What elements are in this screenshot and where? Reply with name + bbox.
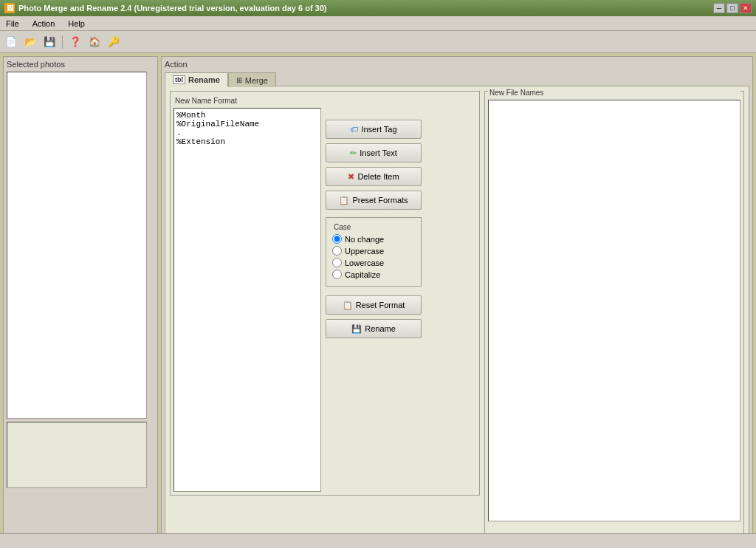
radio-lowercase: Lowercase bbox=[332, 258, 415, 267]
menu-bar: File Action Help bbox=[0, 16, 756, 31]
tab-merge[interactable]: ⊞ Merge bbox=[228, 72, 276, 87]
help-toolbar-btn[interactable]: ❓ bbox=[67, 34, 83, 50]
save-toolbar-btn[interactable]: 💾 bbox=[41, 34, 58, 50]
toolbar: 📄 📂 💾 ❓ 🏠 🔑 bbox=[0, 31, 756, 53]
no-change-radio[interactable] bbox=[332, 234, 342, 244]
preset-formats-label: Preset Formats bbox=[352, 196, 408, 205]
photo-preview bbox=[7, 422, 147, 488]
delete-item-button[interactable]: ✖ Delete Item bbox=[326, 167, 422, 186]
radio-uppercase: Uppercase bbox=[332, 246, 415, 256]
left-content: New Name Format %Month %OriginalFileName… bbox=[170, 91, 480, 536]
rename-tab-icon: tbl bbox=[173, 75, 185, 84]
capitalize-label[interactable]: Capitalize bbox=[345, 270, 380, 279]
insert-text-button[interactable]: ✏ Insert Text bbox=[326, 143, 422, 162]
content-row: New Name Format %Month %OriginalFileName… bbox=[170, 91, 744, 536]
new-file-names-list[interactable] bbox=[488, 100, 740, 521]
capitalize-radio[interactable] bbox=[332, 270, 342, 279]
reset-format-button[interactable]: 📋 Reset Format bbox=[326, 295, 422, 315]
format-textarea[interactable]: %Month %OriginalFileName . %Extension bbox=[173, 108, 321, 492]
case-title: Case bbox=[332, 223, 352, 231]
new-toolbar-btn[interactable]: 📄 bbox=[3, 34, 19, 50]
right-panel: Action tbl Rename ⊞ Merge New Name Forma… bbox=[161, 56, 753, 545]
selected-photos-title: Selected photos bbox=[7, 60, 154, 69]
menu-help[interactable]: Help bbox=[65, 18, 88, 29]
photos-list[interactable] bbox=[7, 72, 147, 419]
insert-text-icon: ✏ bbox=[350, 148, 357, 158]
insert-tag-icon: 🏷 bbox=[350, 125, 358, 134]
lowercase-radio[interactable] bbox=[332, 258, 342, 267]
open-toolbar-btn[interactable]: 📂 bbox=[22, 34, 38, 50]
new-file-names-title: New File Names bbox=[488, 89, 740, 97]
lowercase-label[interactable]: Lowercase bbox=[345, 258, 384, 267]
case-section: Case No change Uppercase bbox=[326, 217, 422, 287]
delete-item-icon: ✖ bbox=[348, 172, 354, 182]
minimize-button[interactable]: ─ bbox=[713, 3, 725, 13]
uppercase-label[interactable]: Uppercase bbox=[345, 247, 384, 256]
folder-toolbar-btn[interactable]: 🏠 bbox=[86, 34, 103, 50]
window-controls[interactable]: ─ □ ✕ bbox=[713, 3, 752, 13]
title-bar: 🖼 Photo Merge and Rename 2.4 (Unregister… bbox=[0, 0, 756, 16]
reset-format-label: Reset Format bbox=[356, 301, 405, 309]
close-button[interactable]: ✕ bbox=[740, 3, 752, 13]
delete-item-label: Delete Item bbox=[357, 172, 399, 181]
format-row: %Month %OriginalFileName . %Extension 🏷 … bbox=[173, 108, 476, 492]
insert-tag-label: Insert Tag bbox=[361, 125, 396, 134]
app-title: Photo Merge and Rename 2.4 (Unregistered… bbox=[18, 4, 327, 13]
rename-tab-label: Rename bbox=[188, 75, 220, 84]
tab-bar: tbl Rename ⊞ Merge bbox=[165, 72, 749, 86]
main-layout: Selected photos Action tbl Rename ⊞ Merg… bbox=[0, 53, 756, 548]
insert-tag-button[interactable]: 🏷 Insert Tag bbox=[326, 120, 422, 139]
preset-formats-button[interactable]: 📋 Preset Formats bbox=[326, 191, 422, 210]
rename-label: Rename bbox=[365, 324, 396, 333]
status-bar bbox=[0, 533, 756, 548]
bottom-buttons: 📋 Reset Format 💾 Rename bbox=[326, 295, 429, 338]
insert-text-label: Insert Text bbox=[360, 148, 397, 157]
uppercase-radio[interactable] bbox=[332, 246, 342, 256]
menu-file[interactable]: File bbox=[3, 18, 22, 29]
new-name-format-section: New Name Format %Month %OriginalFileName… bbox=[170, 91, 480, 496]
reset-format-icon: 📋 bbox=[343, 301, 353, 310]
selected-photos-panel: Selected photos bbox=[3, 56, 158, 545]
new-file-names-section: New File Names bbox=[484, 91, 744, 536]
app-icon: 🖼 bbox=[4, 3, 15, 13]
merge-tab-icon: ⊞ bbox=[236, 76, 242, 84]
tab-rename[interactable]: tbl Rename bbox=[165, 72, 228, 87]
radio-capitalize: Capitalize bbox=[332, 270, 415, 279]
key-toolbar-btn[interactable]: 🔑 bbox=[106, 34, 122, 50]
action-buttons: 🏷 Insert Tag ✏ Insert Text ✖ Delete Item bbox=[326, 108, 429, 492]
no-change-label[interactable]: No change bbox=[345, 235, 384, 244]
preset-formats-icon: 📋 bbox=[339, 196, 349, 205]
rename-button[interactable]: 💾 Rename bbox=[326, 319, 422, 338]
left-panel: Selected photos bbox=[3, 56, 158, 545]
action-label: Action bbox=[165, 60, 749, 69]
restore-button[interactable]: □ bbox=[726, 3, 738, 13]
radio-no-change: No change bbox=[332, 234, 415, 244]
menu-action[interactable]: Action bbox=[30, 18, 58, 29]
rename-icon: 💾 bbox=[351, 324, 362, 334]
toolbar-separator bbox=[62, 35, 63, 49]
rename-tab-content: New Name Format %Month %OriginalFileName… bbox=[165, 86, 749, 541]
new-name-format-title: New Name Format bbox=[173, 97, 238, 105]
merge-tab-label: Merge bbox=[245, 76, 268, 85]
